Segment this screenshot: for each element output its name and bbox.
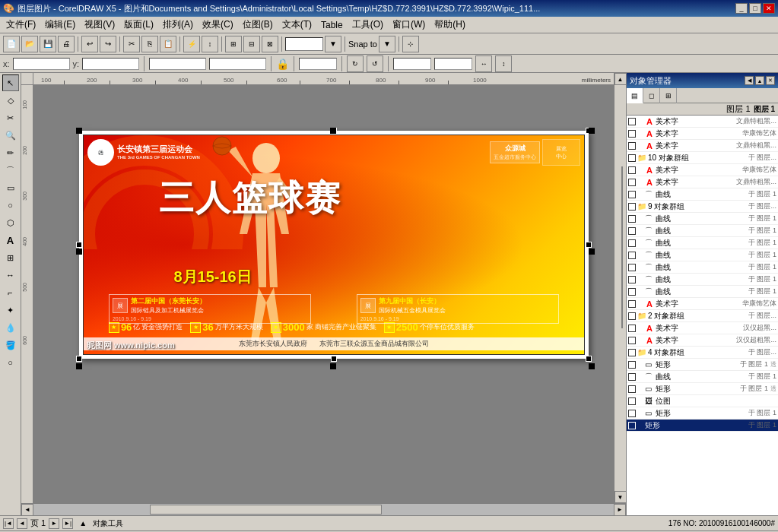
layer-visibility-checkbox[interactable] — [628, 118, 636, 125]
layer-visibility-checkbox[interactable] — [628, 276, 636, 283]
new-button[interactable]: 📄 — [3, 36, 20, 52]
layer-visibility-checkbox[interactable] — [628, 130, 636, 138]
handle-bm[interactable] — [331, 356, 337, 362]
paste-button[interactable]: 📋 — [160, 36, 176, 52]
tb-align3[interactable]: ⊠ — [262, 36, 278, 52]
menu-window[interactable]: 窗口(W) — [388, 17, 430, 33]
height-input[interactable]: 559.359 mm — [209, 58, 266, 70]
tb-extra2[interactable]: ↕ — [202, 36, 218, 52]
parallel-dim-tool[interactable]: ↔ — [2, 267, 19, 283]
layer-item-12[interactable]: ⌒曲线于 图层 1 — [627, 261, 778, 274]
scale-w-input[interactable]: 100.0 — [393, 58, 431, 70]
prev-page-button[interactable]: ◄ — [17, 518, 27, 529]
rotation-input[interactable]: 0.0 — [299, 58, 337, 70]
sel-handle-outer-tr[interactable] — [589, 128, 595, 134]
flip-h-button[interactable]: ↔ — [475, 55, 492, 72]
tb-extra1[interactable]: ⚡ — [183, 36, 200, 52]
rectangle-tool[interactable]: ▭ — [2, 179, 19, 196]
sel-handle-outer-ml[interactable] — [76, 249, 82, 255]
menu-text[interactable]: 文本(T) — [278, 17, 316, 33]
outline-tool[interactable]: ○ — [2, 354, 19, 371]
layer-visibility-checkbox[interactable] — [628, 312, 636, 320]
y-input[interactable]: 220.0 mm — [82, 58, 139, 70]
canvas-page[interactable]: ⚽ 长安镇第三届运动会 THE 3rd GAMES OF CHANGAN TOW… — [79, 131, 589, 359]
layer-item-1[interactable]: A美术字华康饰艺体 — [627, 128, 778, 140]
layer-visibility-checkbox[interactable] — [628, 410, 636, 417]
layer-visibility-checkbox[interactable] — [628, 203, 636, 211]
tb-snap1[interactable]: ⊹ — [402, 36, 419, 52]
layer-visibility-checkbox[interactable] — [628, 337, 636, 344]
layer-item-23[interactable]: 🖼位图 — [627, 395, 778, 407]
layer-visibility-checkbox[interactable] — [628, 300, 636, 308]
handle-bl[interactable] — [76, 356, 82, 362]
sel-handle-outer-bm[interactable] — [330, 363, 336, 369]
table-tool[interactable]: ⊞ — [2, 249, 19, 266]
select-tool[interactable]: ↖ — [2, 74, 19, 91]
layer-visibility-checkbox[interactable] — [628, 142, 636, 150]
menu-file[interactable]: 文件(F) — [2, 17, 40, 33]
zoom-dropdown-button[interactable]: ▼ — [325, 36, 341, 52]
menu-tools[interactable]: 工具(O) — [348, 17, 388, 33]
menu-layout[interactable]: 版面(L) — [119, 17, 158, 33]
sel-handle-outer-tl[interactable] — [76, 128, 82, 134]
layer-item-11[interactable]: ⌒曲线于 图层 1 — [627, 249, 778, 261]
sel-handle-outer-tm[interactable] — [330, 128, 336, 134]
panel-title-buttons[interactable]: ◀ ▲ ✕ — [745, 76, 775, 85]
scroll-left-button[interactable]: ◄ — [21, 504, 33, 516]
last-page-button[interactable]: ►| — [62, 518, 73, 529]
maximize-button[interactable]: □ — [749, 3, 761, 14]
layer-visibility-checkbox[interactable] — [628, 252, 636, 259]
layer-item-18[interactable]: A美术字汉仪超粗黑... — [627, 334, 778, 347]
layer-item-10[interactable]: ⌒曲线于 图层 1 — [627, 237, 778, 249]
layer-item-17[interactable]: A美术字汉仪超黑... — [627, 322, 778, 334]
panel-close-button[interactable]: ▲ — [755, 76, 764, 85]
sel-handle-outer-bl[interactable] — [76, 363, 82, 369]
crop-tool[interactable]: ✂ — [2, 109, 19, 126]
scroll-up-button[interactable]: ▲ — [614, 73, 627, 85]
menu-effects[interactable]: 效果(C) — [198, 17, 238, 33]
zoom-tool[interactable]: 🔍 — [2, 127, 19, 144]
layer-item-19[interactable]: 📁4 对象群组于 图层... — [627, 347, 778, 359]
layer-item-20[interactable]: ▭矩形于 图层 1透 — [627, 359, 778, 371]
copy-button[interactable]: ⎘ — [141, 36, 158, 52]
tb-align2[interactable]: ⊟ — [243, 36, 260, 52]
redo-button[interactable]: ↪ — [100, 36, 116, 52]
undo-button[interactable]: ↩ — [81, 36, 98, 52]
rpanel-tab-3[interactable]: ⊞ — [660, 88, 677, 103]
menu-arrange[interactable]: 排列(A) — [158, 17, 198, 33]
save-button[interactable]: 💾 — [40, 36, 56, 52]
print-button[interactable]: 🖨 — [58, 36, 75, 52]
layer-visibility-checkbox[interactable] — [628, 349, 636, 356]
scroll-thumb-h[interactable] — [150, 505, 382, 515]
tb-align1[interactable]: ⊞ — [225, 36, 242, 52]
layer-item-21[interactable]: ⌒曲线于 图层 1 — [627, 371, 778, 383]
menu-edit[interactable]: 编辑(E) — [40, 17, 80, 33]
handle-mr[interactable] — [586, 242, 592, 248]
scale-h-input[interactable]: 100.0 — [434, 58, 472, 70]
scroll-track-h[interactable] — [33, 504, 614, 515]
menu-view[interactable]: 视图(V) — [80, 17, 119, 33]
interactive-tool[interactable]: ✦ — [2, 302, 19, 318]
panel-expand-button[interactable]: ◀ — [745, 76, 754, 85]
layer-item-24[interactable]: ▭矩形于 图层 1 — [627, 407, 778, 420]
layer-item-0[interactable]: A美术字文鼎特粗黑... — [627, 116, 778, 128]
layers-content[interactable]: A美术字文鼎特粗黑...A美术字华康饰艺体A美术字文鼎特粗黑...📁10 对象群… — [627, 116, 778, 515]
rotate-btn1[interactable]: ↻ — [347, 55, 364, 72]
layer-visibility-checkbox[interactable] — [628, 154, 636, 162]
ellipse-tool[interactable]: ○ — [2, 197, 19, 214]
layer-visibility-checkbox[interactable] — [628, 422, 636, 429]
connector-tool[interactable]: ⌐ — [2, 284, 19, 301]
polygon-tool[interactable]: ⬡ — [2, 214, 19, 231]
layer-item-2[interactable]: A美术字文鼎特粗黑... — [627, 140, 778, 152]
close-button[interactable]: ✕ — [763, 3, 775, 14]
canvas-wrapper[interactable]: millimeters // Draw ruler marks via inli… — [21, 73, 614, 503]
width-input[interactable]: 1,154.923 mm — [149, 58, 206, 70]
smart-draw-tool[interactable]: ⌒ — [2, 162, 19, 179]
scroll-thumb-v[interactable] — [621, 166, 623, 329]
rpanel-tab-objects[interactable]: ◻ — [643, 88, 660, 103]
minimize-button[interactable]: _ — [735, 3, 748, 14]
menu-help[interactable]: 帮助(H) — [430, 17, 470, 33]
eyedropper-tool[interactable]: 💧 — [2, 319, 19, 336]
layer-visibility-checkbox[interactable] — [628, 288, 636, 296]
rotate-btn2[interactable]: ↺ — [367, 55, 383, 72]
